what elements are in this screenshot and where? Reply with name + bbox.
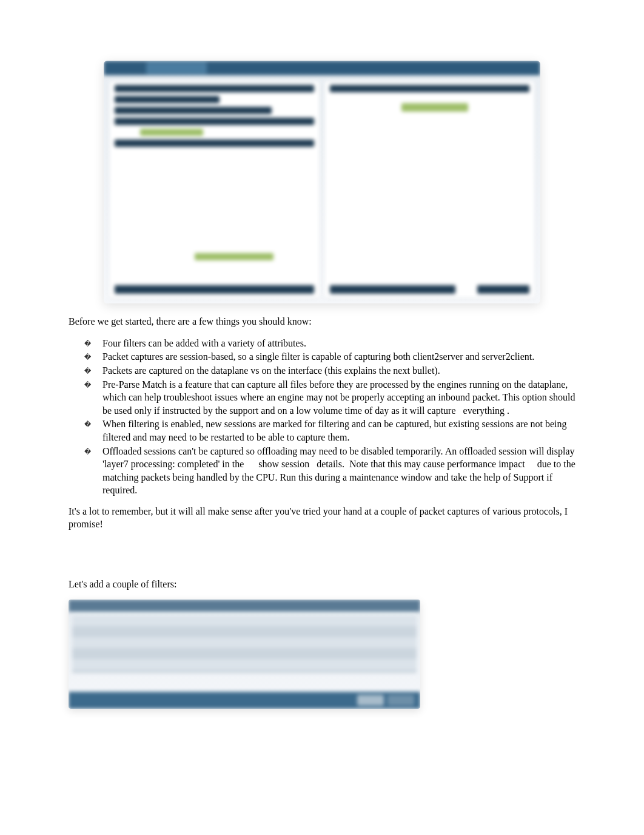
bullet-icon: � bbox=[84, 378, 102, 390]
list-item-text: Packet captures are session-based, so a … bbox=[102, 350, 575, 363]
list-item: � Packet captures are session-based, so … bbox=[84, 350, 575, 363]
intro-paragraph: Before we get started, there are a few t… bbox=[69, 316, 575, 328]
screenshot-filters-table bbox=[69, 600, 420, 709]
list-item: � Pre-Parse Match is a feature that can … bbox=[84, 378, 575, 418]
bullet-icon: � bbox=[84, 350, 102, 362]
list-item: � Offloaded sessions can't be captured s… bbox=[84, 445, 575, 497]
list-item-text: Four filters can be added with a variety… bbox=[102, 337, 575, 350]
filters-lead-paragraph: Let's add a couple of filters: bbox=[69, 578, 575, 591]
list-item-text: When filtering is enabled, new sessions … bbox=[102, 418, 575, 444]
bullet-icon: � bbox=[84, 445, 102, 456]
notes-list: � Four filters can be added with a varie… bbox=[84, 337, 575, 497]
bullet-icon: � bbox=[84, 337, 102, 348]
list-item: � When filtering is enabled, new session… bbox=[84, 418, 575, 444]
bullet-icon: � bbox=[84, 364, 102, 376]
list-item: � Packets are captured on the dataplane … bbox=[84, 364, 575, 377]
list-item-text: Packets are captured on the dataplane vs… bbox=[102, 364, 575, 377]
screenshot-packet-capture-settings bbox=[104, 61, 540, 303]
outro-paragraph: It's a lot to remember, but it will all … bbox=[69, 505, 575, 531]
bullet-icon: � bbox=[84, 418, 102, 429]
list-item-text: Pre-Parse Match is a feature that can ca… bbox=[102, 378, 575, 418]
list-item-text: Offloaded sessions can't be captured so … bbox=[102, 445, 575, 497]
list-item: � Four filters can be added with a varie… bbox=[84, 337, 575, 350]
